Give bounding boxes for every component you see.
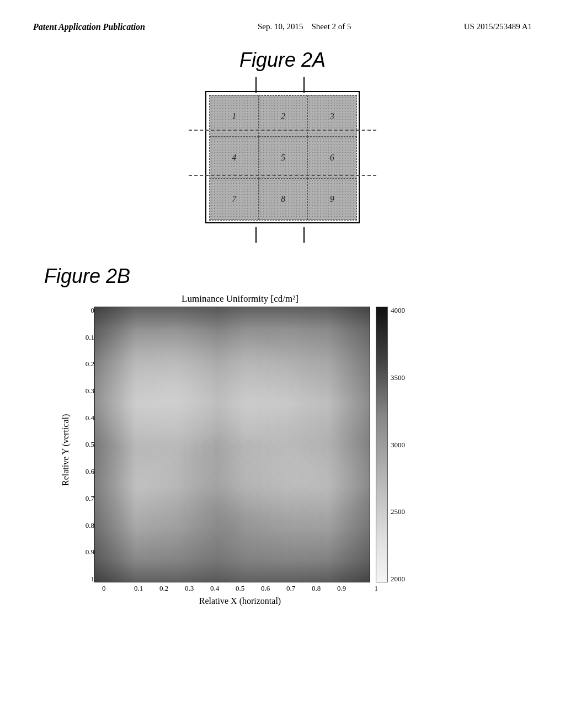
heatmap-plot: [94, 307, 370, 582]
cell-7: 7: [210, 179, 259, 220]
x-tick-06: 0.6: [254, 584, 276, 593]
figure-2b-chart-area: Relative Y (vertical) Luminance Uniformi…: [61, 293, 405, 606]
x-tick-05: 0.5: [229, 584, 251, 593]
x-tick-01: 0.1: [127, 584, 150, 593]
cell-1: 1: [210, 95, 259, 137]
header-left: Patent Application Publication: [33, 22, 145, 32]
x-tick-02: 0.2: [153, 584, 175, 593]
figure-2b-section: Figure 2B Relative Y (vertical) Luminanc…: [44, 265, 532, 606]
header-sheet: Sheet 2 of 5: [312, 22, 351, 31]
v-tick-left-bottom: [255, 227, 257, 243]
header-date: Sep. 10, 2015: [258, 22, 303, 31]
chart-with-axes: Luminance Uniformity [cd/m²] 0 0.1 0.2 0…: [75, 293, 405, 606]
chart-title: Luminance Uniformity [cd/m²]: [182, 293, 299, 304]
y-tick-06: 0.6: [86, 468, 94, 475]
outer-rect: 1 2 3 4 5 6 7 8 9: [205, 91, 360, 223]
y-tick-07: 0.7: [86, 495, 94, 502]
cell-5: 5: [259, 137, 308, 178]
cell-6: 6: [307, 137, 356, 178]
v-tick-right-top: [303, 77, 305, 93]
inner-grid: 1 2 3 4 5 6 7 8 9: [209, 95, 357, 221]
colorbar-tick-4000: 4000: [391, 307, 405, 314]
y-ticks: 0 0.1 0.2 0.3 0.4 0.5 0.6 0.7 0.8 0.9 1: [75, 307, 94, 582]
x-tick-07: 0.7: [280, 584, 302, 593]
x-tick-04: 0.4: [204, 584, 226, 593]
colorbar-tick-2500: 2500: [391, 508, 405, 515]
y-tick-01: 0.1: [86, 334, 94, 341]
cell-9: 9: [307, 179, 356, 220]
x-tick-09: 0.9: [331, 584, 353, 593]
header-patent-number: US 2015/253489 A1: [464, 22, 532, 31]
header: Patent Application Publication Sep. 10, …: [33, 22, 532, 32]
colorbar-tick-2000: 2000: [391, 575, 405, 582]
y-tick-09: 0.9: [86, 548, 94, 555]
x-tick-03: 0.3: [178, 584, 200, 593]
x-axis-label: Relative X (horizontal): [199, 596, 281, 606]
colorbar-tick-3000: 3000: [391, 441, 405, 448]
chart-inner: 0 0.1 0.2 0.3 0.4 0.5 0.6 0.7 0.8 0.9 1: [75, 307, 405, 582]
figure-2a-title: Figure 2A: [239, 49, 326, 72]
colorbar-area: 4000 3500 3000 2500 2000: [376, 307, 405, 582]
cell-4: 4: [210, 137, 259, 178]
y-tick-02: 0.2: [86, 360, 94, 367]
heatmap-overlay2: [95, 307, 370, 582]
y-tick-04: 0.4: [86, 414, 94, 421]
h-line-top: [189, 130, 376, 131]
x-tick-0: 0: [102, 584, 124, 593]
figure-2a-diagram: 1 2 3 4 5 6 7 8 9: [189, 77, 376, 243]
y-tick-08: 0.8: [86, 522, 94, 529]
v-tick-right-bottom: [303, 227, 305, 243]
x-tick-08: 0.8: [305, 584, 327, 593]
y-axis-label: Relative Y (vertical): [61, 312, 71, 588]
cell-8: 8: [259, 179, 308, 220]
x-ticks: 0 0.1 0.2 0.3 0.4 0.5 0.6 0.7 0.8 0.9 1: [102, 584, 378, 593]
colorbar-ticks: 4000 3500 3000 2500 2000: [391, 307, 405, 582]
header-center: Sep. 10, 2015 Sheet 2 of 5: [258, 22, 351, 31]
v-tick-left-top: [255, 77, 257, 93]
cell-2: 2: [259, 95, 308, 137]
figure-2a-section: Figure 2A 1 2 3 4 5 6 7 8 9: [33, 49, 532, 243]
figure-2b-title: Figure 2B: [44, 265, 130, 288]
cell-3: 3: [307, 95, 356, 137]
colorbar-tick-3500: 3500: [391, 374, 405, 381]
colorbar: [376, 307, 388, 582]
y-tick-03: 0.3: [86, 387, 94, 394]
page: Patent Application Publication Sep. 10, …: [0, 0, 565, 728]
h-line-bottom: [189, 175, 376, 176]
x-tick-1: 1: [356, 584, 378, 593]
y-tick-05: 0.5: [86, 441, 94, 448]
